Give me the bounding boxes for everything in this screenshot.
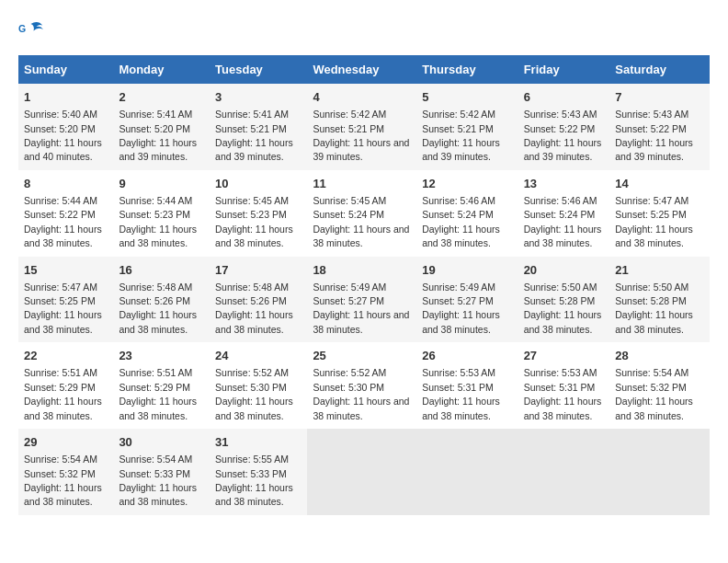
day-number: 22 [24,348,108,364]
daylight-info: Daylight: 11 hours and 38 minutes. [524,224,602,248]
daylight-info: Daylight: 11 hours and 38 minutes. [615,224,693,248]
sunset-info: Sunset: 5:29 PM [119,382,190,393]
day-number: 29 [24,434,108,451]
sunset-info: Sunset: 5:33 PM [119,468,190,479]
daylight-info: Daylight: 11 hours and 39 minutes. [615,137,693,162]
sunrise-info: Sunrise: 5:46 AM [422,195,495,206]
calendar-cell: 3Sunrise: 5:41 AMSunset: 5:21 PMDaylight… [210,84,307,170]
header-thursday: Thursday [416,55,518,84]
daylight-info: Daylight: 11 hours and 38 minutes. [615,396,693,420]
sunset-info: Sunset: 5:32 PM [24,468,96,479]
sunrise-info: Sunrise: 5:52 AM [215,367,289,378]
sunrise-info: Sunrise: 5:45 AM [215,195,289,206]
sunset-info: Sunset: 5:21 PM [313,123,384,134]
sunrise-info: Sunrise: 5:50 AM [615,282,688,293]
calendar-cell: 19Sunrise: 5:49 AMSunset: 5:27 PMDayligh… [416,257,518,343]
calendar-cell: 26Sunrise: 5:53 AMSunset: 5:31 PMDayligh… [416,342,518,429]
calendar-cell: 4Sunrise: 5:42 AMSunset: 5:21 PMDaylight… [307,84,416,170]
sunset-info: Sunset: 5:21 PM [215,123,287,134]
day-number: 10 [215,176,301,192]
day-number: 8 [24,176,108,192]
sunset-info: Sunset: 5:23 PM [119,209,190,220]
daylight-info: Daylight: 11 hours and 39 minutes. [422,137,500,162]
sunrise-info: Sunrise: 5:55 AM [215,454,289,465]
day-number: 15 [24,262,108,279]
sunrise-info: Sunrise: 5:50 AM [524,282,597,293]
sunrise-info: Sunrise: 5:46 AM [524,195,597,206]
sunset-info: Sunset: 5:27 PM [422,295,494,306]
sunrise-info: Sunrise: 5:53 AM [524,367,597,378]
sunset-info: Sunset: 5:24 PM [524,209,596,220]
day-number: 3 [215,89,301,106]
calendar-cell: 5Sunrise: 5:42 AMSunset: 5:21 PMDaylight… [416,84,518,170]
day-number: 11 [313,176,411,192]
calendar-cell: 29Sunrise: 5:54 AMSunset: 5:32 PMDayligh… [18,429,113,515]
sunset-info: Sunset: 5:20 PM [119,123,190,134]
sunset-info: Sunset: 5:32 PM [615,382,687,393]
daylight-info: Daylight: 11 hours and 38 minutes. [119,309,197,334]
sunrise-info: Sunrise: 5:51 AM [24,367,97,378]
calendar-cell: 13Sunrise: 5:46 AMSunset: 5:24 PMDayligh… [518,170,610,257]
daylight-info: Daylight: 11 hours and 39 minutes. [215,137,293,162]
sunrise-info: Sunrise: 5:52 AM [313,367,386,378]
calendar-week-2: 8Sunrise: 5:44 AMSunset: 5:22 PMDaylight… [18,170,710,257]
header-monday: Monday [113,55,210,84]
calendar-cell: 8Sunrise: 5:44 AMSunset: 5:22 PMDaylight… [18,170,113,257]
sunrise-info: Sunrise: 5:40 AM [24,109,97,120]
daylight-info: Daylight: 11 hours and 38 minutes. [24,224,102,248]
daylight-info: Daylight: 11 hours and 38 minutes. [215,309,293,334]
day-number: 16 [119,262,204,279]
day-number: 17 [215,262,301,279]
sunrise-info: Sunrise: 5:43 AM [615,109,688,120]
logo-icon: G [18,18,46,46]
sunset-info: Sunset: 5:29 PM [24,382,96,393]
sunrise-info: Sunrise: 5:45 AM [313,195,386,206]
calendar-cell: 28Sunrise: 5:54 AMSunset: 5:32 PMDayligh… [609,342,710,429]
sunrise-info: Sunrise: 5:54 AM [615,367,688,378]
sunrise-info: Sunrise: 5:47 AM [615,195,688,206]
day-number: 21 [615,262,704,279]
daylight-info: Daylight: 11 hours and 38 minutes. [119,224,197,248]
sunrise-info: Sunrise: 5:49 AM [422,282,495,293]
calendar-cell: 24Sunrise: 5:52 AMSunset: 5:30 PMDayligh… [210,342,307,429]
calendar-cell: 23Sunrise: 5:51 AMSunset: 5:29 PMDayligh… [113,342,210,429]
daylight-info: Daylight: 11 hours and 38 minutes. [215,396,293,420]
day-number: 9 [119,176,204,192]
calendar-cell: 22Sunrise: 5:51 AMSunset: 5:29 PMDayligh… [18,342,113,429]
day-number: 28 [615,348,704,364]
day-number: 25 [313,348,411,364]
day-number: 18 [313,262,411,279]
daylight-info: Daylight: 11 hours and 38 minutes. [313,396,409,420]
calendar-cell: 2Sunrise: 5:41 AMSunset: 5:20 PMDaylight… [113,84,210,170]
sunrise-info: Sunrise: 5:44 AM [119,195,192,206]
sunset-info: Sunset: 5:26 PM [215,295,287,306]
daylight-info: Daylight: 11 hours and 38 minutes. [313,309,409,334]
calendar-cell [518,429,610,515]
day-number: 6 [524,89,605,106]
calendar-cell: 25Sunrise: 5:52 AMSunset: 5:30 PMDayligh… [307,342,416,429]
day-number: 14 [615,176,704,192]
calendar-cell: 1Sunrise: 5:40 AMSunset: 5:20 PMDaylight… [18,84,113,170]
daylight-info: Daylight: 11 hours and 38 minutes. [215,224,293,248]
daylight-info: Daylight: 11 hours and 39 minutes. [524,137,602,162]
daylight-info: Daylight: 11 hours and 38 minutes. [215,482,293,507]
calendar-cell: 7Sunrise: 5:43 AMSunset: 5:22 PMDaylight… [609,84,710,170]
daylight-info: Daylight: 11 hours and 39 minutes. [313,137,409,162]
day-number: 2 [119,89,204,106]
day-number: 19 [422,262,512,279]
day-number: 12 [422,176,512,192]
sunrise-info: Sunrise: 5:49 AM [313,282,386,293]
header-tuesday: Tuesday [210,55,307,84]
calendar-cell: 31Sunrise: 5:55 AMSunset: 5:33 PMDayligh… [210,429,307,515]
sunset-info: Sunset: 5:25 PM [24,295,96,306]
day-number: 7 [615,89,704,106]
sunset-info: Sunset: 5:30 PM [313,382,384,393]
daylight-info: Daylight: 11 hours and 38 minutes. [524,396,602,420]
calendar-cell: 17Sunrise: 5:48 AMSunset: 5:26 PMDayligh… [210,257,307,343]
sunset-info: Sunset: 5:24 PM [313,209,384,220]
sunset-info: Sunset: 5:22 PM [524,123,596,134]
sunset-info: Sunset: 5:24 PM [422,209,494,220]
sunset-info: Sunset: 5:26 PM [119,295,190,306]
day-number: 30 [119,434,204,451]
daylight-info: Daylight: 11 hours and 38 minutes. [422,396,500,420]
